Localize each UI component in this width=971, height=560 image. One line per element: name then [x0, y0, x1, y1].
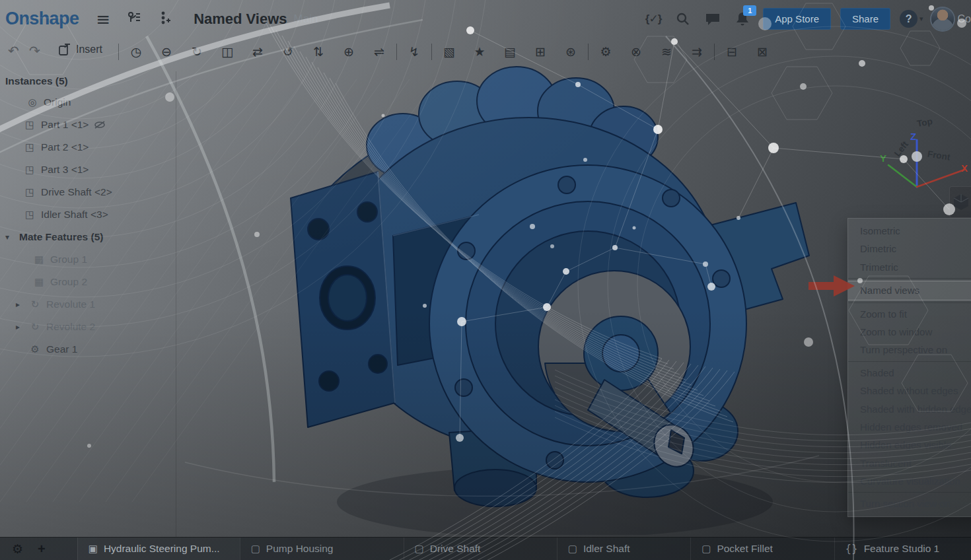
add-tab-icon[interactable]: + [38, 542, 46, 557]
part-studio-tab-icon: ▢ [415, 543, 424, 555]
chevron-right-icon[interactable]: ▸ [16, 300, 24, 309]
menu-item-isometric[interactable]: Isometric [848, 222, 971, 240]
menu-item-turn-perspective-on[interactable]: Turn perspective on [848, 341, 971, 359]
exploded-view-icon[interactable]: ⊠ [747, 44, 777, 59]
rotate-tool-icon[interactable]: ↺ [273, 44, 303, 59]
hidden-eye-icon [94, 121, 106, 129]
menu-item-shaded[interactable]: Shaded [848, 364, 971, 382]
toolbar-separator [396, 44, 397, 60]
group-mate-icon: ▦ [33, 254, 45, 265]
redo-icon[interactable]: ↷ [29, 43, 40, 59]
feature-list-icon[interactable]: {✓} [645, 12, 661, 26]
tab-pocket-fillet[interactable]: ▢ Pocket Fillet [690, 538, 834, 560]
menu-item-zoom-to-fit[interactable]: Zoom to fit [848, 305, 971, 323]
belt-relation-icon[interactable]: ⇉ [682, 44, 712, 59]
menu-item-shaded-with-hidden-edges[interactable]: Shaded with hidden edges [848, 400, 971, 418]
translate-tool-icon[interactable]: ⇅ [303, 44, 334, 59]
fastened-mate-icon[interactable]: ⊕ [334, 44, 364, 59]
part-studio-tab-icon: ▢ [251, 543, 260, 555]
toolbar-icons: ◷ ⊖ ↻ ◫ ⇄ ↺ ⇅ ⊕ ⇌ ↯ ▧ ★ ▤ ⊞ ⊛ ⚙ ⊗ ≋ ⇉ ⊟ … [116, 38, 777, 65]
origin-icon: ◎ [26, 96, 38, 108]
circular-pattern-icon[interactable]: ⊛ [556, 44, 586, 59]
instance-row-idler-shaft[interactable]: ◳ Idler Shaft <3> [0, 203, 176, 226]
planar-mate-icon[interactable]: ⇌ [364, 44, 394, 59]
document-tabs-bar: ⚙ + ▣ Hydraulic Steering Pum... ▢ Pump H… [0, 537, 971, 560]
tab-drive-shaft[interactable]: ▢ Drive Shaft [404, 538, 557, 560]
part-icon: ◳ [24, 119, 36, 131]
tab-hydraulic-steering-pump[interactable]: ▣ Hydraulic Steering Pum... [77, 538, 240, 560]
help-caret-icon[interactable]: ▾ [919, 15, 923, 23]
gear-relation-icon[interactable]: ⚙ [591, 44, 621, 59]
tab-feature-studio[interactable]: {} Feature Studio 1 [834, 538, 971, 560]
top-bar: Onshape ≡ Named Views Main {✓} [0, 0, 971, 38]
tab-pump-housing[interactable]: ▢ Pump Housing [240, 538, 404, 560]
slider-mate-icon[interactable]: ⇄ [242, 44, 273, 59]
menu-item-translucent[interactable]: Translucent [848, 454, 971, 472]
cylindrical-mate-icon[interactable]: ◫ [212, 44, 242, 59]
mate-row-group2[interactable]: ▦ Group 2 [0, 271, 176, 293]
main-menu-icon[interactable]: ≡ [96, 11, 110, 28]
section-view-icon[interactable]: ⊟ [717, 44, 747, 59]
share-button[interactable]: Share [840, 8, 890, 30]
mate-row-revolute2[interactable]: ▸ ↻ Revolute 2 [0, 316, 176, 338]
screw-relation-icon[interactable]: ⊗ [621, 44, 651, 59]
rack-relation-icon[interactable]: ≋ [651, 44, 682, 59]
menu-separator [848, 361, 971, 362]
menu-item-curvature-visualization[interactable]: Curvature visualization [848, 472, 971, 490]
workspace-name[interactable]: Main [294, 13, 318, 26]
mate-icon[interactable]: ⊖ [151, 44, 182, 59]
comments-icon[interactable] [705, 12, 721, 26]
mate-row-gear1[interactable]: ⚙ Gear 1 [0, 338, 176, 361]
versions-icon[interactable] [126, 10, 142, 28]
toolbar-separator [714, 44, 715, 60]
group-icon[interactable]: ▧ [434, 44, 464, 59]
help-icon[interactable]: ? [900, 10, 917, 28]
instances-header[interactable]: Instances (5) [0, 71, 176, 91]
instance-row-drive-shaft[interactable]: ◳ Drive Shaft <2> [0, 181, 176, 203]
follow-mode-icon[interactable] [158, 10, 171, 28]
menu-item-zoom-to-window[interactable]: Zoom to window [848, 323, 971, 341]
menu-separator [848, 278, 971, 279]
notifications-bell-icon[interactable]: 1 [735, 11, 750, 27]
revolute-mate-icon[interactable]: ↻ [182, 44, 212, 59]
grid-pattern-icon[interactable]: ⊞ [525, 44, 556, 59]
chevron-down-icon[interactable]: ▾ [5, 232, 13, 242]
instance-row-part1[interactable]: ◳ Part 1 <1> [0, 114, 176, 136]
menu-item-hidden-edges-removed[interactable]: Hidden edges removed [848, 418, 971, 436]
menu-separator [848, 302, 971, 303]
instance-row-part3[interactable]: ◳ Part 3 <1> [0, 158, 176, 181]
pattern-icon[interactable]: ★ [464, 44, 495, 59]
undo-icon[interactable]: ↶ [8, 43, 19, 59]
replicate-icon[interactable]: ↯ [399, 44, 429, 59]
mate-row-revolute1[interactable]: ▸ ↻ Revolute 1 [0, 293, 176, 316]
view-cube-button[interactable] [949, 186, 971, 218]
instances-panel: Instances (5) ◎ Origin ◳ Part 1 <1> ◳ Pa… [0, 71, 176, 538]
instance-row-part2[interactable]: ◳ Part 2 <1> [0, 136, 176, 158]
part-icon: ◳ [24, 141, 36, 153]
insert-button[interactable]: Insert [58, 43, 102, 56]
instance-row-origin[interactable]: ◎ Origin [0, 91, 176, 114]
menu-item-hidden-edges-visible[interactable]: Hidden edges visible [848, 436, 971, 454]
mate-features-header[interactable]: ▾ Mate Features (5) [0, 226, 176, 248]
app-store-button[interactable]: App Store [763, 8, 831, 30]
part-icon: ◳ [24, 164, 36, 176]
user-avatar[interactable] [931, 8, 954, 30]
toolbar-separator [588, 44, 589, 60]
menu-item-turn-section-view-on[interactable]: Turn section view on [848, 495, 971, 512]
chevron-right-icon[interactable]: ▸ [16, 322, 24, 332]
x-axis-label: X [961, 162, 968, 174]
assembly-toolbar: ↶ ↷ Insert ◷ ⊖ ↻ ◫ ⇄ ↺ ⇅ ⊕ ⇌ ↯ ▧ ★ ▤ ⊞ ⊛… [0, 38, 971, 65]
menu-item-shaded-without-edges[interactable]: Shaded without edges [848, 382, 971, 400]
part-icon: ◳ [24, 209, 36, 221]
tab-idler-shaft[interactable]: ▢ Idler Shaft [557, 538, 691, 560]
linear-pattern-icon[interactable]: ▤ [495, 44, 525, 59]
menu-item-dimetric[interactable]: Dimetric [848, 240, 971, 258]
onshape-logo[interactable]: Onshape [5, 9, 79, 29]
search-icon[interactable] [676, 12, 690, 26]
tab-manager-gear-icon[interactable]: ⚙ [12, 542, 23, 556]
menu-item-named-views[interactable]: Named views [848, 281, 971, 300]
menu-item-trimetric[interactable]: Trimetric [848, 258, 971, 276]
mate-row-group1[interactable]: ▦ Group 1 [0, 248, 176, 271]
toolbar-separator [118, 44, 119, 60]
history-icon[interactable]: ◷ [121, 44, 151, 59]
